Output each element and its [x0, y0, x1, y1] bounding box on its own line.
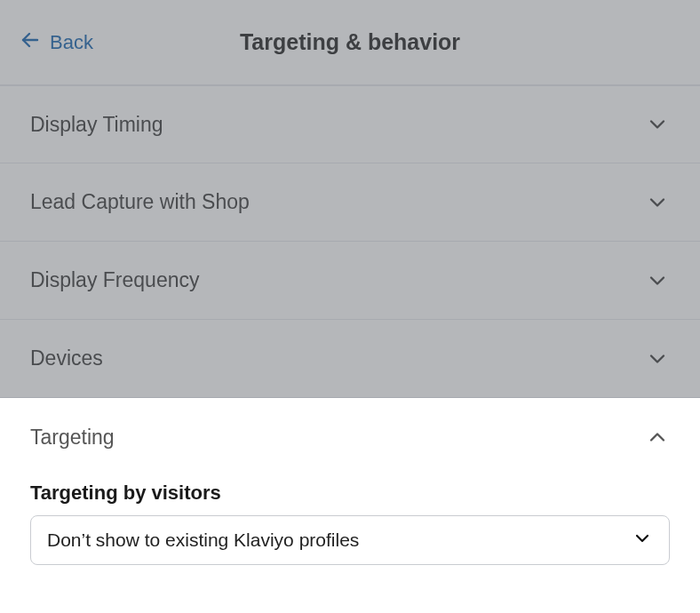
accordion-display-frequency[interactable]: Display Frequency [0, 242, 700, 320]
chevron-down-icon [645, 346, 670, 371]
chevron-down-icon [632, 528, 653, 553]
select-value: Don’t show to existing Klaviyo profiles [47, 529, 359, 551]
chevron-down-icon [645, 190, 670, 215]
accordion-devices[interactable]: Devices [0, 320, 700, 398]
accordion-display-timing[interactable]: Display Timing [0, 85, 700, 163]
targeting-by-visitors-select[interactable]: Don’t show to existing Klaviyo profiles [30, 515, 670, 565]
chevron-down-icon [645, 268, 670, 293]
accordion-label: Display Timing [30, 113, 163, 137]
accordion-label: Devices [30, 346, 103, 370]
page-title: Targeting & behavior [0, 29, 700, 55]
targeting-by-visitors-section: Targeting by visitors Don’t show to exis… [30, 476, 670, 592]
back-label: Back [50, 31, 93, 54]
back-button[interactable]: Back [20, 29, 93, 56]
accordion-lead-capture[interactable]: Lead Capture with Shop [0, 163, 700, 242]
chevron-up-icon [645, 425, 670, 450]
targeting-by-visitors-label: Targeting by visitors [30, 482, 670, 505]
page-header: Back Targeting & behavior [0, 0, 700, 85]
accordion-label: Targeting [30, 426, 115, 450]
accordion-label: Lead Capture with Shop [30, 190, 250, 214]
accordion-label: Display Frequency [30, 268, 199, 292]
accordion-targeting[interactable]: Targeting [30, 398, 670, 476]
chevron-down-icon [645, 112, 670, 137]
arrow-left-icon [20, 29, 41, 56]
